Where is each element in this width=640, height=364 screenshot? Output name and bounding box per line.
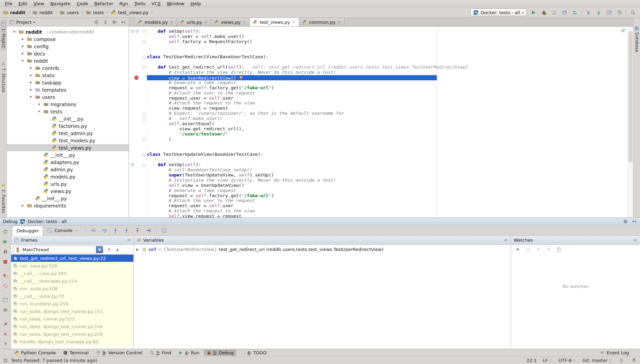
menu-vcs[interactable]: VCS	[148, 0, 164, 7]
close-tab-icon[interactable]	[243, 20, 246, 24]
close-tab-icon[interactable]	[204, 20, 208, 24]
stack-frame[interactable]: handle, django_test_manage.py:93	[11, 338, 134, 345]
undo-button[interactable]	[616, 9, 623, 16]
hide-panel-button[interactable]	[120, 19, 126, 25]
editor-tab-models.py[interactable]: models.py	[135, 18, 177, 26]
menu-refactor[interactable]: Refactor	[91, 0, 116, 7]
menu-tools[interactable]: Tools	[131, 0, 148, 7]
tree-item-migrations[interactable]: migrations	[7, 101, 129, 108]
menu-run[interactable]: Run	[116, 0, 131, 7]
tree-item-test_admin.py[interactable]: test_admin.py	[7, 130, 129, 137]
menu-edit[interactable]: Edit	[16, 0, 30, 7]
close-tab-icon[interactable]	[170, 20, 174, 24]
git-branch-widget[interactable]: Git: master	[582, 358, 612, 363]
menu-file[interactable]: File	[2, 0, 16, 7]
toolwindow-button-4-run[interactable]: 4: Run	[176, 350, 202, 356]
editor-gutter[interactable]: ---------	[129, 27, 147, 218]
fold-toggle-icon[interactable]: -	[142, 153, 146, 157]
stack-frame[interactable]: run_tests, runner.py:533	[11, 315, 134, 323]
fold-toggle-icon[interactable]: -	[142, 138, 146, 141]
step-out-button[interactable]	[134, 227, 141, 234]
scrollbar-thumb[interactable]	[629, 31, 632, 162]
stop-button[interactable]	[2, 258, 9, 265]
close-tab-icon[interactable]	[337, 20, 341, 24]
vcs-commit-button[interactable]: VCS	[595, 9, 602, 16]
copy-watch-button[interactable]	[556, 246, 562, 253]
encoding-widget[interactable]: UTF-8	[559, 358, 576, 363]
menu-help[interactable]: Help	[188, 0, 204, 7]
expand-arrow-icon[interactable]	[20, 203, 25, 208]
collapse-arrow-icon[interactable]	[37, 109, 42, 114]
help-button[interactable]: ?	[2, 341, 9, 347]
toolwindow-button-3-find[interactable]: 3: Find	[147, 350, 174, 356]
expand-arrow-icon[interactable]	[37, 102, 42, 107]
toolwindow-button-terminal[interactable]: Terminal	[60, 350, 91, 356]
collapse-all-button[interactable]	[102, 19, 108, 25]
breadcrumb-item[interactable]: reddit	[32, 9, 53, 16]
move-watch-down-button[interactable]	[545, 246, 552, 253]
code-editor[interactable]: --------- def setUp(self): self.user = s…	[129, 27, 633, 218]
fold-toggle-icon[interactable]: -	[142, 117, 146, 121]
tree-item-contrib[interactable]: contrib	[7, 64, 129, 72]
inspector-hector-button[interactable]	[631, 357, 637, 364]
tree-item-users[interactable]: users	[7, 93, 129, 101]
collapse-arrow-icon[interactable]	[20, 58, 25, 63]
expand-arrow-icon[interactable]	[28, 87, 33, 92]
run-button[interactable]	[530, 9, 537, 16]
toolwindow-button-6-todo[interactable]: 6: TODO	[238, 350, 269, 356]
evaluate-expression-button[interactable]	[161, 227, 168, 234]
toolwindow-button-5-debug[interactable]: 5: Debug	[204, 350, 237, 356]
tree-item-tests[interactable]: tests	[7, 108, 129, 115]
stripe-2-favorites[interactable]: 2: Favorites	[1, 181, 6, 215]
local-history-button[interactable]	[605, 9, 613, 16]
fold-toggle-icon[interactable]: -	[142, 40, 146, 44]
pause-button[interactable]	[2, 248, 9, 255]
tree-item-admin.py[interactable]: admin.py	[7, 166, 129, 173]
resume-button[interactable]	[2, 238, 9, 245]
stripe-database[interactable]: Database	[634, 24, 640, 54]
run-config-selector[interactable]: Docker: tests - all▾	[470, 9, 527, 16]
tree-item-static[interactable]: static	[7, 72, 129, 79]
debugger-tab-debugger[interactable]: Debugger	[12, 226, 43, 236]
editor-scrollbar[interactable]	[628, 27, 633, 218]
stack-frame[interactable]: run_suite, django_test_runner.py:151	[11, 307, 134, 315]
expand-arrow-icon[interactable]	[28, 80, 33, 85]
tree-item-__init__.py[interactable]: __init__.py	[7, 195, 129, 202]
concurrency-diagram-button[interactable]	[571, 9, 579, 16]
line-separator-widget[interactable]: LF	[543, 358, 552, 363]
remove-watch-button[interactable]	[525, 246, 531, 253]
stack-frame[interactable]: run, suite.py:108	[11, 285, 134, 292]
fold-toggle-icon[interactable]: -	[142, 65, 146, 69]
collapse-arrow-icon[interactable]	[12, 29, 17, 34]
close-session-button[interactable]	[2, 331, 9, 337]
debug-settings-button[interactable]	[622, 219, 628, 225]
menu-window[interactable]: Window	[164, 0, 187, 7]
collapse-arrow-icon[interactable]	[28, 94, 33, 100]
project-view-title[interactable]: Project	[16, 20, 31, 25]
menu-navigate[interactable]: Navigate	[47, 0, 73, 7]
stack-frame[interactable]: test_get_redirect_url, test_views.py:22	[11, 254, 134, 262]
tree-item-urls.py[interactable]: urls.py	[7, 180, 129, 188]
tree-item-test_views.py[interactable]: test_views.py	[7, 144, 129, 151]
debugger-tab-console[interactable]: Console→	[43, 225, 81, 235]
expand-arrow-icon[interactable]	[20, 37, 25, 42]
step-into-button[interactable]	[112, 227, 119, 234]
tree-item-requirements[interactable]: requirements	[7, 202, 129, 209]
stack-frame[interactable]: __call__, testcases.py:214	[11, 277, 134, 285]
next-frame-button[interactable]	[114, 246, 120, 253]
rerun-button[interactable]	[2, 228, 9, 235]
view-breakpoints-button[interactable]	[2, 272, 9, 279]
breadcrumb-item[interactable]: test_views.py	[110, 9, 149, 16]
expand-arrow-icon[interactable]: ▶	[136, 247, 140, 251]
tree-item-views.py[interactable]: views.py	[7, 188, 129, 195]
fold-toggle-icon[interactable]: -	[142, 55, 146, 59]
tree-item-config[interactable]: config	[7, 43, 129, 50]
previous-frame-button[interactable]	[106, 246, 112, 253]
profiler-button[interactable]	[561, 9, 568, 16]
editor-tab-common.py[interactable]: common.py	[299, 18, 345, 26]
tree-item-__init__.py[interactable]: __init__.py	[7, 151, 129, 159]
stripe-7-structure[interactable]: 7: Structure	[1, 60, 6, 94]
menu-code[interactable]: Code	[73, 0, 91, 7]
stack-frame[interactable]: run_tests, django_test_runner.py:156	[11, 323, 134, 330]
pin-tab-button[interactable]	[2, 321, 9, 327]
